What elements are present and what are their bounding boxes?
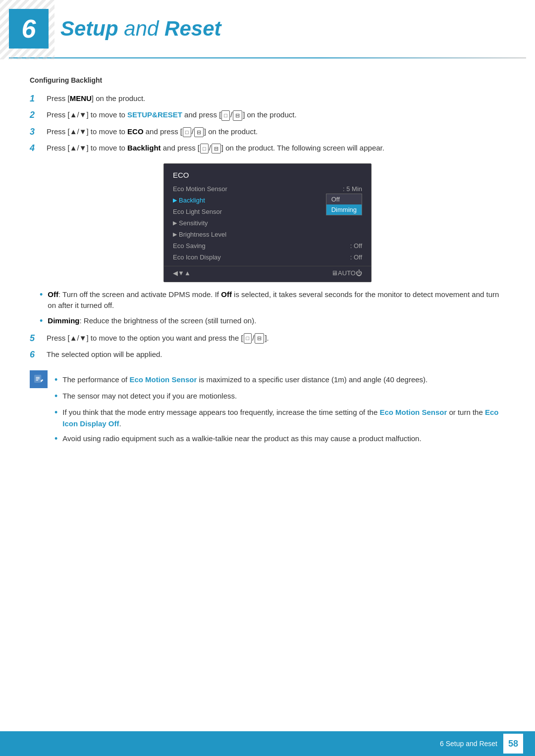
note-item-3: • If you think that the mode entry messa… — [54, 407, 505, 429]
step-text-2: Press [▲/▼] to move to SETUP&RESET and p… — [47, 109, 505, 121]
eco-nav-down: ▼ — [178, 269, 184, 277]
chapter-number: 6 — [22, 14, 36, 44]
eco-bottom-bar: ◀ ▼ ▲ 🖥 AUTO ⏻ — [164, 266, 371, 277]
step-4: 4 Press [▲/▼] to move to Backlight and p… — [30, 143, 505, 154]
step-num-2: 2 — [30, 109, 45, 121]
note-text-1: The performance of Eco Motion Sensor is … — [62, 374, 428, 386]
eco-arrow-brightness: ▶ — [173, 231, 177, 238]
eco-item-label-saving: Eco Saving — [173, 242, 206, 250]
note-list: • The performance of Eco Motion Sensor i… — [54, 374, 505, 446]
note-text-2: The sensor may not detect you if you are… — [62, 391, 237, 402]
chapter-header: 6 Setup and Reset — [0, 0, 535, 57]
steps-list: 1 Press [MENU] on the product. 2 Press [… — [30, 93, 505, 154]
eco-arrow-backlight: ▶ — [173, 197, 177, 203]
eco-item-label-motion: Eco Motion Sensor — [173, 185, 227, 193]
note-bullets: • The performance of Eco Motion Sensor i… — [54, 369, 505, 451]
bullet-off-text: Off: Turn off the screen and activate DP… — [48, 289, 505, 311]
dropdown-option-off: Off — [326, 194, 362, 204]
note-icon — [30, 370, 48, 388]
step-num-3: 3 — [30, 126, 45, 138]
eco-menu-item-brightness: ▶ Brightness Level — [164, 229, 371, 240]
steps-list-2: 5 Press [▲/▼] to move to the option you … — [30, 333, 505, 361]
eco-item-value-icon-display: : Off — [350, 253, 362, 261]
page-number: 58 — [503, 734, 523, 754]
step-num-1: 1 — [30, 93, 45, 104]
bullet-off: • Off: Turn off the screen and activate … — [40, 289, 505, 311]
eco-menu-item-saving: Eco Saving : Off — [164, 240, 371, 252]
step-text-4: Press [▲/▼] to move to Backlight and pre… — [47, 143, 505, 154]
step-2: 2 Press [▲/▼] to move to SETUP&RESET and… — [30, 109, 505, 121]
eco-item-value-saving: : Off — [350, 242, 362, 250]
note-item-4: • Avoid using radio equipment such as a … — [54, 433, 505, 446]
eco-menu-item-motion-sensor: Eco Motion Sensor : 5 Min — [164, 183, 371, 195]
note-item-2: • The sensor may not detect you if you a… — [54, 391, 505, 403]
step-text-1: Press [MENU] on the product. — [47, 93, 505, 104]
eco-icon-auto: AUTO — [338, 269, 356, 277]
eco-menu-item-sensitivity: ▶ Sensitivity — [164, 217, 371, 229]
bullet-dimming: • Dimming: Reduce the brightness of the … — [40, 315, 505, 328]
note-text-4: Avoid using radio equipment such as a wa… — [62, 433, 421, 445]
main-content: Configuring Backlight 1 Press [MENU] on … — [0, 58, 535, 490]
chapter-title: Setup and Reset — [60, 17, 221, 41]
eco-nav-left: ◀ — [173, 269, 178, 277]
bullet-dimming-text: Dimming: Reduce the brightness of the sc… — [48, 315, 256, 327]
note-section: • The performance of Eco Motion Sensor i… — [30, 369, 505, 451]
eco-item-label-brightness: Brightness Level — [179, 231, 226, 238]
step-text-6: The selected option will be applied. — [47, 349, 505, 360]
step-text-3: Press [▲/▼] to move to ECO and press [□/… — [47, 126, 505, 138]
chapter-number-box: 6 — [9, 9, 49, 49]
eco-item-value-motion: : 5 Min — [343, 185, 362, 193]
eco-icon-monitor: 🖥 — [331, 269, 338, 277]
backlight-dropdown: Off Dimming — [326, 194, 362, 215]
eco-menu-title: ECO — [164, 171, 371, 183]
step-3: 3 Press [▲/▼] to move to ECO and press [… — [30, 126, 505, 138]
eco-item-label-sensitivity: Sensitivity — [179, 219, 208, 227]
note-item-1: • The performance of Eco Motion Sensor i… — [54, 374, 505, 387]
eco-item-label-backlight: Backlight — [179, 197, 205, 204]
dropdown-option-dimming: Dimming — [326, 204, 362, 215]
step-1: 1 Press [MENU] on the product. — [30, 93, 505, 104]
step-6: 6 The selected option will be applied. — [30, 349, 505, 360]
note-pencil-icon — [33, 374, 44, 385]
step-text-5: Press [▲/▼] to move to the option you wa… — [47, 333, 505, 344]
footer-text: 6 Setup and Reset — [440, 740, 497, 748]
eco-item-label-icon-display: Eco Icon Display — [173, 253, 221, 261]
step-num-6: 6 — [30, 349, 45, 360]
step-num-5: 5 — [30, 333, 45, 344]
page-footer: 6 Setup and Reset 58 — [0, 731, 535, 756]
note-text-3: If you think that the mode entry message… — [62, 407, 505, 429]
step-num-4: 4 — [30, 143, 45, 154]
backlight-options-list: • Off: Turn off the screen and activate … — [40, 289, 505, 328]
eco-item-label-light: Eco Light Sensor — [173, 208, 222, 215]
eco-nav-up: ▲ — [184, 269, 191, 277]
eco-screenshot: ECO Eco Motion Sensor : 5 Min ▶ Backligh… — [163, 163, 372, 282]
step-5: 5 Press [▲/▼] to move to the option you … — [30, 333, 505, 344]
eco-menu-item-backlight: ▶ Backlight : Off Dimming — [164, 195, 371, 206]
eco-icon-power: ⏻ — [356, 269, 362, 277]
eco-menu-item-icon-display: Eco Icon Display : Off — [164, 252, 371, 263]
eco-arrow-sensitivity: ▶ — [173, 220, 177, 226]
section-heading: Configuring Backlight — [30, 76, 505, 84]
